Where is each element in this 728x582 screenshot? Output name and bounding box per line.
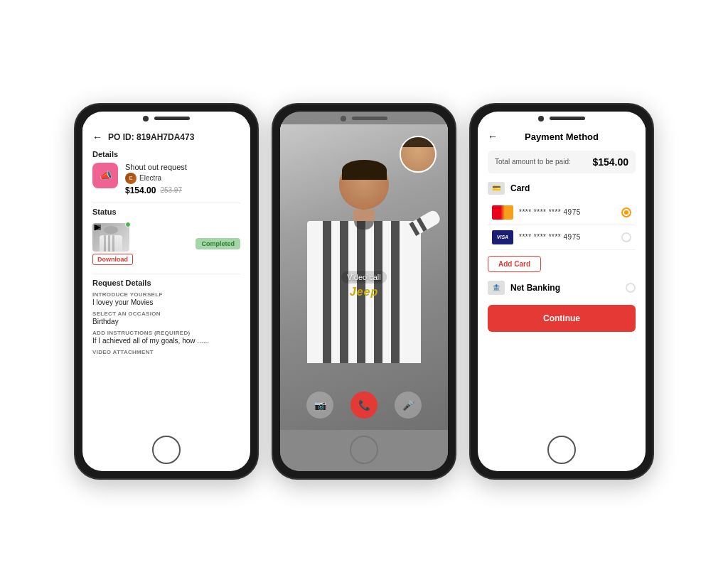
- stripe-3: [112, 235, 114, 252]
- thumb-container: ▶ Download: [92, 223, 133, 265]
- video-badge-icon: ▶: [94, 225, 101, 230]
- speaker-1: [154, 117, 190, 120]
- jersey-stripe-2: [340, 221, 348, 363]
- jersey-stripe-5: [391, 221, 400, 363]
- person-body: [100, 235, 122, 252]
- home-button-3[interactable]: [547, 436, 576, 464]
- camera-dot-3: [538, 116, 544, 122]
- phone-1: ← PO ID: 819AH7DA473 Details 📣 Shout out…: [74, 103, 259, 480]
- artist-name: Electra: [139, 174, 161, 182]
- card-section-label: Card: [510, 183, 530, 193]
- home-area-3: [478, 430, 646, 471]
- shoutout-icon: 📣: [92, 163, 118, 188]
- status-section-label: Status: [92, 208, 240, 216]
- video-thumb[interactable]: ▶: [92, 223, 129, 252]
- card-section-header: 💳 Card: [488, 182, 636, 195]
- net-banking-row: 🏦 Net Banking: [488, 281, 636, 295]
- visa-number: **** **** **** 4975: [519, 233, 621, 241]
- payment-header: ← Payment Method: [488, 131, 636, 142]
- details-info: Shout out request E Electra $154.00 253.…: [125, 163, 187, 195]
- completed-badge: Completed: [196, 238, 240, 249]
- instructions-value: If I achieved all of my goals, how .....…: [92, 337, 240, 345]
- net-banking-label: Net Banking: [510, 283, 620, 293]
- phone-2: Jeep: [272, 103, 456, 480]
- status-section: Status: [92, 208, 240, 268]
- jersey-brand: Jeep: [350, 286, 378, 298]
- home-button-1[interactable]: [152, 436, 181, 464]
- person-head: [104, 226, 118, 234]
- artist-row: E Electra: [125, 173, 187, 184]
- total-amount: $154.00: [592, 156, 628, 168]
- total-amount-row: Total amount to be paid: $154.00: [488, 151, 636, 173]
- phone-notch-3: [478, 112, 646, 124]
- current-price: $154.00: [125, 185, 156, 195]
- screen-1: ← PO ID: 819AH7DA473 Details 📣 Shout out…: [82, 124, 250, 430]
- artist-avatar: E: [125, 173, 136, 184]
- phone-notch-1: [82, 112, 250, 124]
- status-card: ▶ Download Completed: [92, 220, 240, 268]
- arm-stripe-2: [417, 217, 427, 231]
- stripe-1: [104, 235, 106, 252]
- intro-value: I lovey your Movies: [92, 298, 240, 306]
- video-call-screen: Jeep: [280, 124, 448, 430]
- intro-label: INTRODUCE YOURSELF: [92, 291, 240, 298]
- radio-selected-dot: [624, 210, 628, 215]
- caller-hair: [401, 137, 435, 147]
- phone-notch-2: [280, 112, 448, 124]
- download-button[interactable]: Download: [92, 254, 133, 265]
- home-area-1: [82, 430, 250, 471]
- net-banking-radio[interactable]: [626, 283, 636, 293]
- camera-dot-2: [341, 116, 346, 122]
- phone-3: ← Payment Method Total amount to be paid…: [469, 103, 654, 480]
- camera-toggle-button[interactable]: 📷: [306, 392, 333, 419]
- stripe-2: [108, 235, 110, 252]
- back-arrow-3[interactable]: ←: [488, 131, 498, 142]
- screen-2: Jeep: [280, 124, 448, 430]
- order-id-title: PO ID: 819AH7DA473: [108, 132, 194, 142]
- athlete-head: [339, 160, 389, 210]
- mastercard-radio[interactable]: [621, 208, 631, 217]
- occasion-label: SELECT AN OCCASION: [92, 311, 240, 317]
- original-price: 253.97: [160, 186, 182, 194]
- athlete-hair: [342, 160, 387, 180]
- details-row: 📣 Shout out request E Electra $154.00 25…: [92, 163, 240, 195]
- athlete-arm: [404, 208, 441, 238]
- phones-container: ← PO ID: 819AH7DA473 Details 📣 Shout out…: [53, 82, 675, 501]
- video-attachment-label: VIDEO ATTACHMENT: [92, 349, 240, 355]
- video-call-label: Video call: [341, 271, 387, 284]
- request-section-label: Request Details: [92, 279, 240, 287]
- mute-button[interactable]: 🎤: [395, 392, 422, 419]
- visa-option[interactable]: VISA **** **** **** 4975: [488, 225, 636, 250]
- bank-icon: 🏦: [488, 281, 505, 295]
- request-type: Shout out request: [125, 163, 187, 171]
- speaker-2: [352, 117, 387, 120]
- athlete-body: Jeep: [307, 221, 421, 363]
- mastercard-logo: [492, 205, 513, 220]
- card-section-icon: 💳: [488, 182, 505, 195]
- details-section-label: Details: [92, 150, 240, 158]
- request-details-section: Request Details INTRODUCE YOURSELF I lov…: [92, 279, 240, 355]
- jersey-stripe-1: [323, 221, 331, 363]
- visa-logo: VISA: [492, 230, 513, 244]
- instructions-label: ADD INSTRUCTIONS (REQUIRED): [92, 330, 240, 336]
- divider-1: [92, 203, 240, 203]
- caller-face: [401, 137, 435, 171]
- total-label: Total amount to be paid:: [495, 158, 571, 166]
- screen-3: ← Payment Method Total amount to be paid…: [478, 124, 646, 430]
- mastercard-number: **** **** **** 4975: [519, 208, 621, 216]
- speaker-3: [550, 117, 585, 120]
- visa-radio[interactable]: [621, 232, 631, 242]
- camera-dot-1: [143, 116, 149, 122]
- athlete-neck: [353, 210, 375, 221]
- occasion-value: Birthday: [92, 318, 240, 325]
- add-card-button[interactable]: Add Card: [488, 256, 541, 272]
- green-status-dot: [125, 222, 131, 227]
- home-button-2[interactable]: [350, 436, 378, 464]
- continue-button[interactable]: Continue: [488, 305, 636, 332]
- header-bar-1: ← PO ID: 819AH7DA473: [92, 131, 240, 143]
- payment-title: Payment Method: [525, 131, 599, 142]
- end-call-button[interactable]: 📞: [350, 392, 378, 419]
- back-arrow-1[interactable]: ←: [92, 131, 102, 143]
- caller-thumbnail: [400, 136, 437, 173]
- mastercard-option[interactable]: **** **** **** 4975: [488, 200, 636, 225]
